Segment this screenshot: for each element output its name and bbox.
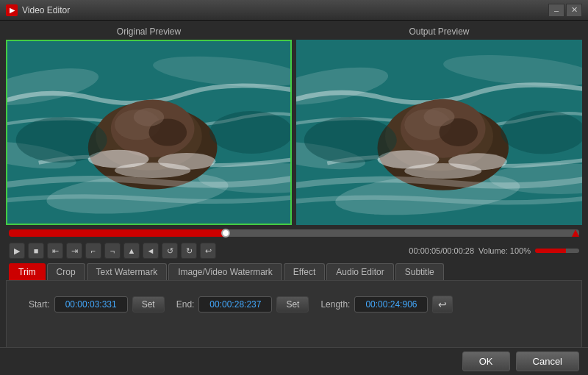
close-button[interactable]: ✕ bbox=[566, 4, 582, 17]
window-controls: – ✕ bbox=[548, 4, 582, 17]
rotate-right-button[interactable]: ↻ bbox=[181, 243, 197, 259]
cancel-button[interactable]: Cancel bbox=[516, 351, 579, 371]
trim-end-group: End: Set bbox=[176, 296, 309, 312]
end-input[interactable] bbox=[198, 296, 272, 312]
app-icon: ▶ bbox=[6, 4, 18, 16]
length-label: Length: bbox=[320, 299, 350, 310]
output-preview-video bbox=[296, 40, 582, 225]
time-display: 00:00:05/00:00:28 bbox=[409, 246, 474, 255]
tab-content-panel: Start: Set End: Set Length: ↩ bbox=[6, 281, 582, 354]
undo-button[interactable]: ↩ bbox=[200, 243, 216, 259]
start-input[interactable] bbox=[54, 296, 128, 312]
svg-point-14 bbox=[115, 162, 190, 178]
set-start-button[interactable]: Set bbox=[132, 296, 165, 312]
tab-effect[interactable]: Effect bbox=[284, 263, 325, 280]
svg-point-11 bbox=[134, 108, 164, 126]
volume-label: Volume: 100% bbox=[478, 246, 531, 255]
original-preview-panel: Original Preview bbox=[6, 26, 292, 225]
end-label: End: bbox=[176, 299, 195, 310]
svg-point-33 bbox=[501, 111, 583, 154]
progress-track[interactable] bbox=[9, 229, 579, 237]
start-label: Start: bbox=[29, 299, 50, 310]
mark-out-button[interactable]: ¬ bbox=[104, 243, 121, 259]
svg-point-31 bbox=[404, 163, 481, 179]
split-button[interactable]: ▲ bbox=[123, 243, 140, 259]
tabs-row: Trim Crop Text Watermark Image/Video Wat… bbox=[6, 262, 582, 281]
volume-slider[interactable] bbox=[535, 249, 579, 253]
svg-point-15 bbox=[16, 117, 107, 162]
time-volume-display: 00:00:05/00:00:28 Volume: 100% bbox=[409, 246, 579, 255]
step-back-button[interactable]: ⇤ bbox=[47, 243, 63, 259]
progress-thumb[interactable] bbox=[221, 229, 230, 238]
window-title: Video Editor bbox=[22, 5, 548, 15]
play-button[interactable]: ▶ bbox=[9, 243, 25, 259]
ok-button[interactable]: OK bbox=[462, 351, 510, 371]
original-preview-video bbox=[6, 40, 292, 225]
original-preview-label: Original Preview bbox=[6, 26, 292, 37]
tab-trim[interactable]: Trim bbox=[9, 263, 46, 280]
trim-length-group: Length: ↩ bbox=[320, 296, 453, 313]
svg-point-28 bbox=[424, 107, 455, 126]
output-preview-label: Output Preview bbox=[296, 26, 582, 37]
preview-area: Original Preview bbox=[6, 26, 582, 225]
tab-image-video-watermark[interactable]: Image/Video Watermark bbox=[168, 263, 282, 280]
mark-in-button[interactable]: ⌐ bbox=[85, 243, 101, 259]
app-icon-label: ▶ bbox=[10, 7, 15, 14]
main-content: Original Preview bbox=[0, 21, 588, 360]
titlebar: ▶ Video Editor – ✕ bbox=[0, 0, 588, 21]
trim-start-group: Start: Set bbox=[29, 296, 165, 312]
length-input[interactable] bbox=[354, 296, 428, 312]
tab-audio-editor[interactable]: Audio Editor bbox=[326, 263, 393, 280]
trim-controls: Start: Set End: Set Length: ↩ bbox=[29, 296, 559, 313]
stop-button[interactable]: ■ bbox=[28, 243, 44, 259]
playback-controls: ▶ ■ ⇤ ⇥ ⌐ ¬ ▲ ◄ ↺ ↻ ↩ 00:00:05/00:00:28 … bbox=[6, 240, 582, 262]
output-preview-panel: Output Preview bbox=[296, 26, 582, 225]
prev-frame-button[interactable]: ◄ bbox=[143, 243, 159, 259]
minimize-button[interactable]: – bbox=[548, 4, 564, 17]
tab-text-watermark[interactable]: Text Watermark bbox=[87, 263, 168, 280]
reset-button[interactable]: ↩ bbox=[432, 296, 453, 313]
svg-point-16 bbox=[209, 111, 290, 154]
footer: OK Cancel bbox=[0, 347, 588, 375]
timeline-area[interactable] bbox=[6, 229, 582, 237]
set-end-button[interactable]: Set bbox=[276, 296, 309, 312]
tab-subtitle[interactable]: Subtitle bbox=[395, 263, 444, 280]
progress-end-marker bbox=[572, 229, 579, 237]
svg-point-32 bbox=[304, 117, 397, 163]
step-forward-button[interactable]: ⇥ bbox=[66, 243, 82, 259]
tab-crop[interactable]: Crop bbox=[47, 263, 85, 280]
rotate-left-button[interactable]: ↺ bbox=[162, 243, 178, 259]
